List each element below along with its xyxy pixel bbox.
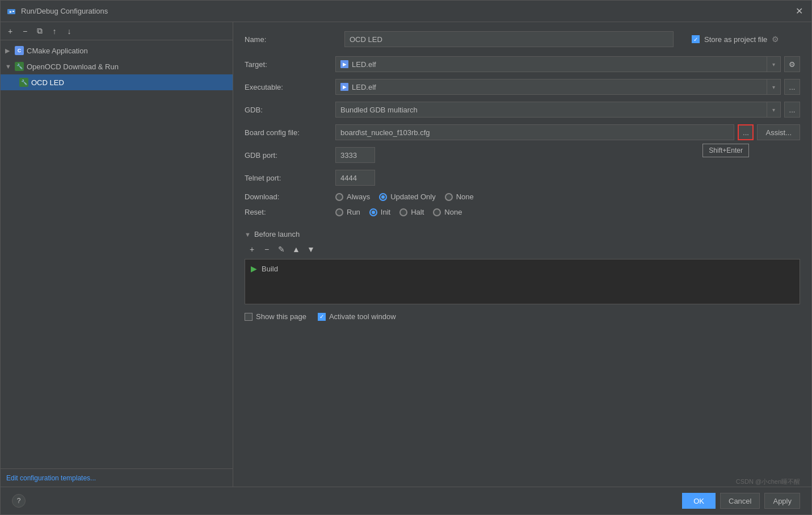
before-launch-toolbar: + − ✎ ▲ ▼ [245,243,800,256]
board-config-input[interactable] [335,124,734,140]
reset-none-radio[interactable] [433,208,441,216]
show-page-checkbox[interactable] [245,313,253,321]
telnet-port-row: Telnet port: [245,170,800,186]
left-footer: Edit configuration templates... [1,468,233,487]
reset-halt-option[interactable]: Halt [399,208,424,216]
close-button[interactable]: ✕ [792,5,806,18]
telnet-port-label: Telnet port: [245,174,335,182]
app-icon [6,6,16,16]
gdb-port-input[interactable] [335,147,375,163]
reset-radio-group: Run Init Halt None [335,208,462,216]
download-always-radio[interactable] [335,193,343,201]
download-always-option[interactable]: Always [335,192,370,201]
before-launch-up-button[interactable]: ▲ [290,243,302,256]
build-list-item[interactable]: ▶ Build [247,262,797,275]
ocd-led-item-label: OCD LED [31,78,64,87]
store-project-gear-icon[interactable]: ⚙ [772,35,779,44]
download-none-radio[interactable] [445,193,453,201]
remove-config-button[interactable]: − [19,25,31,37]
gdb-row: GDB: Bundled GDB multiarch ▾ ... [245,102,800,118]
cmake-item-label: CMake Application [27,47,88,55]
reset-init-label: Init [381,208,390,216]
activate-tool-window-wrap: Activate tool window [318,312,396,321]
reset-none-option[interactable]: None [433,208,462,216]
gdb-label: GDB: [245,106,335,114]
title-bar: Run/Debug Configurations ✕ [1,1,811,22]
target-elf-icon: ▶ [340,60,348,68]
tree-item-cmake[interactable]: ▶ C CMake Application [1,43,233,58]
gdb-dropdown[interactable]: Bundled GDB multiarch ▾ [335,102,781,118]
reset-init-option[interactable]: Init [369,208,390,216]
board-config-ellipsis-button[interactable]: ... [738,124,754,140]
move-down-button[interactable]: ↓ [63,25,75,37]
executable-dropdown-arrow[interactable]: ▾ [767,79,780,94]
download-always-label: Always [347,192,370,201]
gdb-value: Bundled GDB multiarch [336,106,767,114]
board-config-control-wrap: ... Assist... [335,124,800,140]
target-control-wrap: ▶ LED.elf ▾ ⚙ [335,56,800,72]
reset-halt-radio[interactable] [399,208,407,216]
reset-init-radio[interactable] [369,208,377,216]
cancel-button[interactable]: Cancel [720,493,760,509]
before-launch-down-button[interactable]: ▼ [305,243,317,256]
target-label: Target: [245,60,335,69]
activate-tool-window-label: Activate tool window [329,312,396,321]
download-none-option[interactable]: None [445,192,474,201]
apply-button[interactable]: Apply [764,493,800,509]
gdb-value-text: Bundled GDB multiarch [340,106,418,114]
executable-dropdown[interactable]: ▶ LED.elf ▾ [335,79,781,95]
help-button[interactable]: ? [12,494,26,508]
add-config-button[interactable]: + [4,25,16,37]
assist-button[interactable]: Assist... [757,124,800,140]
main-content: + − ⧉ ↑ ↓ ▶ C CMake Application ▼ [1,22,811,487]
watermark: CSDN @小chen睡不醒 [736,478,800,486]
openocd-item-label: OpenOCD Download & Run [27,62,119,71]
right-panel: Name: Store as project file ⚙ Target: ▶ … [233,22,811,487]
executable-control-wrap: ▶ LED.elf ▾ ... [335,79,800,95]
activate-tool-window-checkbox[interactable] [318,313,326,321]
svg-rect-2 [12,11,14,12]
tree-item-openocd[interactable]: ▼ 🔧 OpenOCD Download & Run [1,58,233,74]
left-panel: + − ⧉ ↑ ↓ ▶ C CMake Application ▼ [1,22,233,487]
store-project-checkbox[interactable] [692,35,700,43]
left-toolbar: + − ⧉ ↑ ↓ [1,22,233,40]
move-up-button[interactable]: ↑ [48,25,61,37]
download-updated-label: Updated Only [390,192,436,201]
edit-templates-link[interactable]: Edit configuration templates... [6,474,96,482]
target-gear-button[interactable]: ⚙ [784,56,800,72]
download-updated-option[interactable]: Updated Only [379,192,436,201]
before-launch-edit-button[interactable]: ✎ [275,243,288,256]
before-launch-label: Before launch [254,230,300,238]
dialog-title: Run/Debug Configurations [21,7,792,15]
store-project-label: Store as project file [704,35,767,44]
tree-item-ocd-led[interactable]: 🔧 OCD LED [1,74,233,90]
download-radio-group: Always Updated Only None [335,192,474,201]
gdb-dropdown-arrow[interactable]: ▾ [767,102,780,117]
executable-label: Executable: [245,83,335,91]
target-dropdown-arrow[interactable]: ▾ [767,57,780,72]
run-debug-dialog: Run/Debug Configurations ✕ + − ⧉ ↑ ↓ ▶ C… [0,0,812,515]
ocd-led-icon: 🔧 [19,77,29,87]
before-launch-remove-button[interactable]: − [260,243,273,256]
executable-value-text: LED.elf [352,83,376,91]
target-dropdown[interactable]: ▶ LED.elf ▾ [335,56,781,72]
cmake-icon: C [14,45,24,56]
download-updated-radio[interactable] [379,193,387,201]
ok-button[interactable]: OK [682,493,716,509]
reset-run-radio[interactable] [335,208,343,216]
telnet-port-input[interactable] [335,170,375,186]
show-page-label: Show this page [256,312,306,321]
reset-label: Reset: [245,208,335,216]
shift-enter-tooltip: Shift+Enter [702,144,749,157]
before-launch-add-button[interactable]: + [246,243,258,256]
target-value: ▶ LED.elf [336,60,767,69]
board-config-label: Board config file: [245,128,335,137]
executable-ellipsis-button[interactable]: ... [784,79,800,95]
name-row: Name: Store as project file ⚙ [245,31,800,47]
before-launch-section-header[interactable]: ▼ Before launch [245,230,800,238]
reset-run-option[interactable]: Run [335,208,360,216]
copy-config-button[interactable]: ⧉ [33,25,46,37]
name-input[interactable] [344,31,674,47]
target-value-text: LED.elf [352,60,376,69]
gdb-ellipsis-button[interactable]: ... [784,102,800,118]
